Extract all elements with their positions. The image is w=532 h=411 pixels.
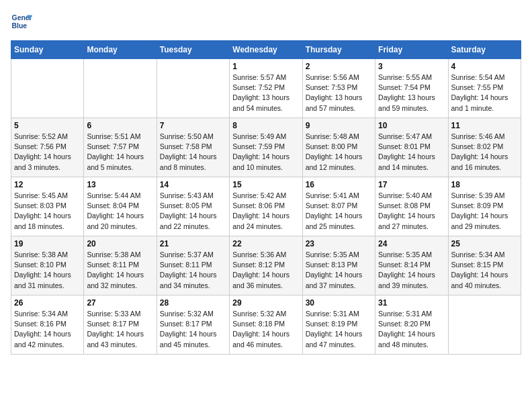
day-cell: 22Sunrise: 5:36 AMSunset: 8:12 PMDayligh… [230, 236, 302, 295]
day-info: Sunrise: 5:47 AMSunset: 8:01 PMDaylight:… [378, 132, 445, 173]
week-row-1: 1Sunrise: 5:57 AMSunset: 7:52 PMDaylight… [11, 59, 521, 118]
day-cell: 19Sunrise: 5:38 AMSunset: 8:10 PMDayligh… [11, 236, 84, 295]
day-cell [448, 295, 521, 355]
day-number: 13 [87, 180, 153, 189]
day-info: Sunrise: 5:32 AMSunset: 8:18 PMDaylight:… [232, 309, 299, 350]
day-info: Sunrise: 5:35 AMSunset: 8:13 PMDaylight:… [306, 250, 372, 291]
day-number: 31 [378, 298, 445, 308]
day-number: 8 [232, 121, 299, 130]
day-cell: 27Sunrise: 5:33 AMSunset: 8:17 PMDayligh… [84, 295, 157, 355]
day-cell: 10Sunrise: 5:47 AMSunset: 8:01 PMDayligh… [375, 118, 448, 177]
weekday-header-monday: Monday [84, 41, 157, 59]
day-number: 11 [451, 121, 518, 130]
day-number: 3 [378, 62, 445, 71]
day-info: Sunrise: 5:48 AMSunset: 8:00 PMDaylight:… [306, 132, 372, 173]
day-cell: 8Sunrise: 5:49 AMSunset: 7:59 PMDaylight… [230, 118, 302, 177]
day-cell: 6Sunrise: 5:51 AMSunset: 7:57 PMDaylight… [84, 118, 157, 177]
day-number: 15 [232, 180, 299, 189]
day-number: 17 [378, 180, 445, 189]
day-info: Sunrise: 5:38 AMSunset: 8:11 PMDaylight:… [87, 250, 153, 291]
day-cell: 29Sunrise: 5:32 AMSunset: 8:18 PMDayligh… [230, 295, 302, 355]
day-number: 21 [160, 239, 226, 248]
day-cell: 13Sunrise: 5:44 AMSunset: 8:04 PMDayligh… [84, 177, 157, 236]
header: General Blue [11, 11, 521, 32]
day-info: Sunrise: 5:44 AMSunset: 8:04 PMDaylight:… [87, 191, 153, 232]
day-number: 28 [160, 298, 226, 308]
day-cell: 3Sunrise: 5:55 AMSunset: 7:54 PMDaylight… [375, 59, 448, 118]
day-cell: 9Sunrise: 5:48 AMSunset: 8:00 PMDaylight… [302, 118, 375, 177]
weekday-header-friday: Friday [375, 41, 448, 59]
day-number: 16 [306, 180, 372, 189]
day-info: Sunrise: 5:35 AMSunset: 8:14 PMDaylight:… [378, 250, 445, 291]
day-cell: 1Sunrise: 5:57 AMSunset: 7:52 PMDaylight… [230, 59, 302, 118]
day-cell [157, 59, 229, 118]
day-cell: 17Sunrise: 5:40 AMSunset: 8:08 PMDayligh… [375, 177, 448, 236]
weekday-header-wednesday: Wednesday [230, 41, 302, 59]
day-info: Sunrise: 5:34 AMSunset: 8:16 PMDaylight:… [14, 309, 81, 350]
day-cell: 25Sunrise: 5:34 AMSunset: 8:15 PMDayligh… [448, 236, 521, 295]
weekday-header-saturday: Saturday [448, 41, 521, 59]
day-cell: 15Sunrise: 5:42 AMSunset: 8:06 PMDayligh… [230, 177, 302, 236]
day-number: 12 [14, 180, 81, 189]
week-row-4: 19Sunrise: 5:38 AMSunset: 8:10 PMDayligh… [11, 236, 521, 295]
day-info: Sunrise: 5:40 AMSunset: 8:08 PMDaylight:… [378, 191, 445, 232]
svg-text:Blue: Blue [12, 22, 28, 30]
calendar-table: SundayMondayTuesdayWednesdayThursdayFrid… [11, 40, 521, 355]
day-cell: 7Sunrise: 5:50 AMSunset: 7:58 PMDaylight… [157, 118, 229, 177]
day-cell: 4Sunrise: 5:54 AMSunset: 7:55 PMDaylight… [448, 59, 521, 118]
day-cell: 26Sunrise: 5:34 AMSunset: 8:16 PMDayligh… [11, 295, 84, 355]
day-info: Sunrise: 5:32 AMSunset: 8:17 PMDaylight:… [160, 309, 226, 350]
weekday-header-sunday: Sunday [11, 41, 84, 59]
day-number: 1 [232, 62, 299, 71]
day-info: Sunrise: 5:31 AMSunset: 8:19 PMDaylight:… [306, 309, 372, 350]
day-number: 5 [14, 121, 81, 130]
day-cell [11, 59, 84, 118]
day-number: 19 [14, 239, 81, 248]
day-number: 22 [232, 239, 299, 248]
day-number: 10 [378, 121, 445, 130]
day-info: Sunrise: 5:39 AMSunset: 8:09 PMDaylight:… [451, 191, 518, 232]
day-cell: 23Sunrise: 5:35 AMSunset: 8:13 PMDayligh… [302, 236, 375, 295]
day-cell: 21Sunrise: 5:37 AMSunset: 8:11 PMDayligh… [157, 236, 229, 295]
day-cell: 24Sunrise: 5:35 AMSunset: 8:14 PMDayligh… [375, 236, 448, 295]
logo-icon: General Blue [11, 11, 32, 32]
day-number: 7 [160, 121, 226, 130]
day-number: 26 [14, 298, 81, 308]
day-cell: 20Sunrise: 5:38 AMSunset: 8:11 PMDayligh… [84, 236, 157, 295]
day-cell: 28Sunrise: 5:32 AMSunset: 8:17 PMDayligh… [157, 295, 229, 355]
day-info: Sunrise: 5:55 AMSunset: 7:54 PMDaylight:… [378, 73, 445, 113]
day-info: Sunrise: 5:41 AMSunset: 8:07 PMDaylight:… [306, 191, 372, 232]
day-number: 6 [87, 121, 153, 130]
day-info: Sunrise: 5:45 AMSunset: 8:03 PMDaylight:… [14, 191, 81, 232]
weekday-header-row: SundayMondayTuesdayWednesdayThursdayFrid… [11, 41, 521, 59]
day-number: 14 [160, 180, 226, 189]
day-info: Sunrise: 5:54 AMSunset: 7:55 PMDaylight:… [451, 73, 518, 113]
day-cell: 14Sunrise: 5:43 AMSunset: 8:05 PMDayligh… [157, 177, 229, 236]
day-number: 20 [87, 239, 153, 248]
day-number: 23 [306, 239, 372, 248]
day-number: 27 [87, 298, 153, 308]
day-info: Sunrise: 5:37 AMSunset: 8:11 PMDaylight:… [160, 250, 226, 291]
week-row-2: 5Sunrise: 5:52 AMSunset: 7:56 PMDaylight… [11, 118, 521, 177]
calendar-body: 1Sunrise: 5:57 AMSunset: 7:52 PMDaylight… [11, 59, 521, 355]
day-info: Sunrise: 5:46 AMSunset: 8:02 PMDaylight:… [451, 132, 518, 173]
week-row-5: 26Sunrise: 5:34 AMSunset: 8:16 PMDayligh… [11, 295, 521, 355]
day-cell: 18Sunrise: 5:39 AMSunset: 8:09 PMDayligh… [448, 177, 521, 236]
day-cell: 2Sunrise: 5:56 AMSunset: 7:53 PMDaylight… [302, 59, 375, 118]
day-info: Sunrise: 5:50 AMSunset: 7:58 PMDaylight:… [160, 132, 226, 173]
day-number: 25 [451, 239, 518, 248]
day-info: Sunrise: 5:38 AMSunset: 8:10 PMDaylight:… [14, 250, 81, 291]
day-cell: 31Sunrise: 5:31 AMSunset: 8:20 PMDayligh… [375, 295, 448, 355]
day-info: Sunrise: 5:56 AMSunset: 7:53 PMDaylight:… [306, 73, 372, 113]
day-cell: 5Sunrise: 5:52 AMSunset: 7:56 PMDaylight… [11, 118, 84, 177]
day-number: 9 [306, 121, 372, 130]
day-number: 18 [451, 180, 518, 189]
day-info: Sunrise: 5:49 AMSunset: 7:59 PMDaylight:… [232, 132, 299, 173]
day-info: Sunrise: 5:31 AMSunset: 8:20 PMDaylight:… [378, 309, 445, 350]
day-number: 30 [306, 298, 372, 308]
day-cell: 16Sunrise: 5:41 AMSunset: 8:07 PMDayligh… [302, 177, 375, 236]
day-info: Sunrise: 5:52 AMSunset: 7:56 PMDaylight:… [14, 132, 81, 173]
day-cell [84, 59, 157, 118]
day-info: Sunrise: 5:51 AMSunset: 7:57 PMDaylight:… [87, 132, 153, 173]
day-cell: 30Sunrise: 5:31 AMSunset: 8:19 PMDayligh… [302, 295, 375, 355]
